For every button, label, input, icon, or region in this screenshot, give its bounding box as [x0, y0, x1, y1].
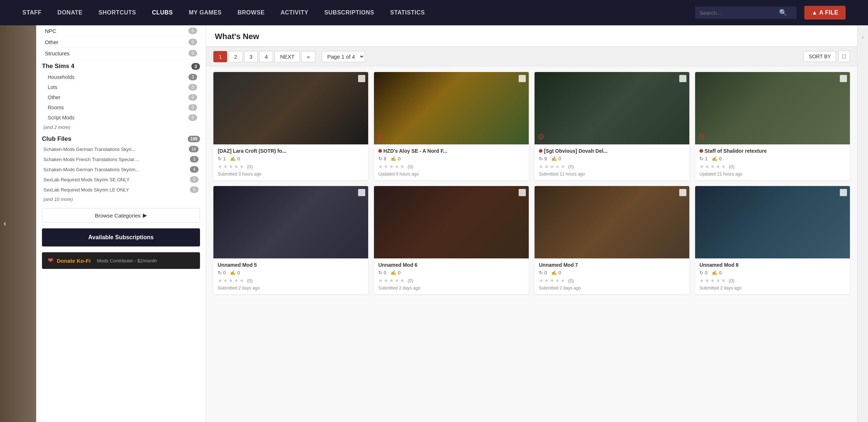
nav-subscriptions[interactable]: SUBSCRIPTIONS [324, 9, 374, 16]
mod-card-dot [539, 149, 542, 153]
view-toggle-button[interactable]: □ [838, 51, 850, 62]
mod-card-3[interactable]: ⚙ Staff of Shalidor retexture ↻ 1 ✍ 0 ★★… [695, 72, 850, 180]
mod-card-1[interactable]: ⚙ HZD's Aloy SE - A Nord F... ↻ 8 ✍ 0 ★★… [374, 72, 529, 180]
search-icon[interactable]: 🔍 [779, 9, 787, 17]
comment-count-3: 0 [719, 156, 722, 161]
club-file-name-3: SexLab Required Mods Skyrim SE ONLY [43, 177, 129, 182]
sidebar-item-other-top[interactable]: Other 0 [36, 37, 206, 48]
sidebar-item-structures[interactable]: Structures 0 [36, 48, 206, 59]
nav-my-games[interactable]: MY GAMES [189, 9, 222, 16]
mod-card-checkbox-0[interactable] [358, 75, 365, 82]
donate-bar[interactable]: ❤ Donate Ko-Fi Mods Contributer - $2/mon… [42, 252, 200, 269]
page-next-button[interactable]: NEXT [275, 51, 300, 62]
sidebar-script-mods-label: Script Mods [48, 115, 75, 121]
mod-card-7[interactable]: Unnamed Mod 8 ↻ 0 ✍ 0 ★★★★★ (0) Submitte… [695, 186, 850, 294]
comment-icon-2: ✍ [551, 156, 557, 161]
donate-label: Donate Ko-Fi [57, 258, 90, 264]
rating-count-3: (0) [729, 164, 735, 169]
mod-card-checkbox-5[interactable] [519, 189, 526, 196]
mod-card-4[interactable]: Unnamed Mod 5 ↻ 0 ✍ 0 ★★★★★ (0) Submitte… [213, 186, 368, 294]
mod-card-checkbox-3[interactable] [840, 75, 847, 82]
download-icon-6: ↻ [539, 270, 543, 275]
nav-clubs[interactable]: CLUBS [152, 9, 173, 16]
browse-categories-label: Browse Categories [95, 212, 141, 219]
mod-card-dot [699, 149, 703, 153]
mod-card-checkbox-1[interactable] [519, 75, 526, 82]
nav-browse[interactable]: BROWSE [238, 9, 265, 16]
download-icon-2: ↻ [539, 156, 543, 161]
download-icon-5: ↻ [378, 270, 382, 275]
mod-card-stars-2: ★★★★★ (0) [539, 164, 685, 169]
browse-categories-button[interactable]: Browse Categories ▶ [42, 208, 200, 223]
heart-icon: ❤ [48, 257, 53, 265]
sidebar-item-script-mods[interactable]: Script Mods 0 [36, 113, 206, 123]
main-layout: ‹ NPC 0 Other 0 Structures 0 The Sims 4 … [0, 25, 868, 422]
mod-card-time-3: Updated 21 hours ago [699, 172, 846, 177]
club-file-count-3: 0 [190, 176, 199, 183]
sort-button[interactable]: SORT BY [803, 51, 836, 62]
page-button-2[interactable]: 2 [229, 51, 242, 62]
page-last-button[interactable]: » [301, 51, 315, 62]
sidebar-item-lots[interactable]: Lots 0 [36, 82, 206, 92]
sidebar-lots-label: Lots [48, 84, 57, 90]
mod-card-checkbox-4[interactable] [358, 189, 365, 196]
club-file-count-1: 3 [190, 156, 199, 163]
mod-card-title-7: Unnamed Mod 8 [699, 262, 846, 268]
mod-card-2[interactable]: ⚙ [Sgt Obvious] Dovah Del... ↻ 9 ✍ 0 ★★★… [535, 72, 689, 180]
rating-count-6: (0) [568, 278, 574, 283]
comment-icon-6: ✍ [551, 270, 557, 275]
gear-icon-2: ⚙ [537, 132, 545, 142]
mod-card-title-3: Staff of Shalidor retexture [699, 148, 846, 154]
sidebar-sims4-header[interactable]: The Sims 4 3 [36, 59, 206, 72]
nav-donate[interactable]: DONATE [58, 9, 82, 16]
sidebar-item-other[interactable]: Other 0 [36, 92, 206, 102]
mod-card-checkbox-6[interactable] [679, 189, 686, 196]
sidebar-item-households[interactable]: Households 3 [36, 72, 206, 82]
nav-staff[interactable]: STAFF [22, 9, 42, 16]
sidebar-club-files-header[interactable]: Club Files 199 [36, 132, 206, 144]
mod-card-checkbox-7[interactable] [840, 189, 847, 196]
download-icon-0: ↻ [218, 156, 222, 161]
club-file-name-4: SexLab Required Mods Skyrim LE ONLY [43, 187, 129, 193]
sidebar-item-npc[interactable]: NPC 0 [36, 25, 206, 37]
mod-card-title-1: HZD's Aloy SE - A Nord F... [378, 148, 524, 154]
nav-statistics[interactable]: STATISTICS [390, 9, 425, 16]
page-button-3[interactable]: 3 [244, 51, 258, 62]
mod-card-5[interactable]: Unnamed Mod 6 ↻ 0 ✍ 0 ★★★★★ (0) Submitte… [374, 186, 529, 294]
nav-activity[interactable]: ACTIVITY [281, 9, 309, 16]
rating-count-5: (0) [408, 278, 413, 283]
star-icons-6: ★★★★★ [539, 278, 566, 283]
download-count-3: 1 [705, 156, 707, 161]
available-subscriptions-button[interactable]: Available Subscriptions [42, 228, 200, 246]
mod-card-stars-3: ★★★★★ (0) [699, 164, 846, 169]
mod-card-0[interactable]: [DAZ] Lara Croft (SOTR) fo... ↻ 1 ✍ 0 ★★… [213, 72, 368, 180]
page-button-4[interactable]: 4 [259, 51, 273, 62]
sidebar-club-file-row-2[interactable]: Schaken-Mods German Translations Skyrim.… [36, 164, 206, 174]
page-button-1[interactable]: 1 [213, 51, 227, 62]
sidebar-households-count: 3 [188, 74, 197, 80]
page-dropdown[interactable]: Page 1 of 4 [322, 51, 365, 62]
sidebar-item-rooms[interactable]: Rooms 0 [36, 102, 206, 113]
sidebar-club-file-row-3[interactable]: SexLab Required Mods Skyrim SE ONLY 0 [36, 174, 206, 185]
sidebar-club-file-row-0[interactable]: Schaken-Mods German Translations Skyri..… [36, 144, 206, 154]
search-input[interactable] [699, 10, 779, 16]
sidebar-club-file-row-1[interactable]: Schaken-Mods French Translations Special… [36, 154, 206, 164]
mod-card-checkbox-2[interactable] [679, 75, 686, 82]
sort-area: SORT BY □ [803, 51, 850, 62]
mod-card-image-6 [535, 186, 689, 258]
comment-icon-7: ✍ [712, 270, 718, 275]
mod-card-6[interactable]: Unnamed Mod 7 ↻ 0 ✍ 0 ★★★★★ (0) Submitte… [535, 186, 689, 294]
sidebar-other-count: 0 [188, 94, 197, 101]
comment-stat-5: ✍ 0 [391, 270, 400, 275]
gear-icon-1: ⚙ [377, 132, 384, 142]
mod-card-stars-0: ★★★★★ (0) [218, 164, 364, 169]
sidebar-club-files-label: Club Files [42, 135, 71, 143]
right-panel-expand-icon[interactable]: › [862, 34, 864, 41]
comment-count-6: 0 [558, 270, 561, 275]
comment-stat-0: ✍ 0 [230, 156, 240, 161]
upload-button[interactable]: ▲ a file [804, 6, 846, 20]
nav-shortcuts[interactable]: SHORTCUTS [98, 9, 136, 16]
left-arrow-icon[interactable]: ‹ [4, 219, 6, 228]
sidebar-club-file-row-4[interactable]: SexLab Required Mods Skyrim LE ONLY 0 [36, 185, 206, 195]
star-icons-1: ★★★★★ [378, 164, 405, 169]
